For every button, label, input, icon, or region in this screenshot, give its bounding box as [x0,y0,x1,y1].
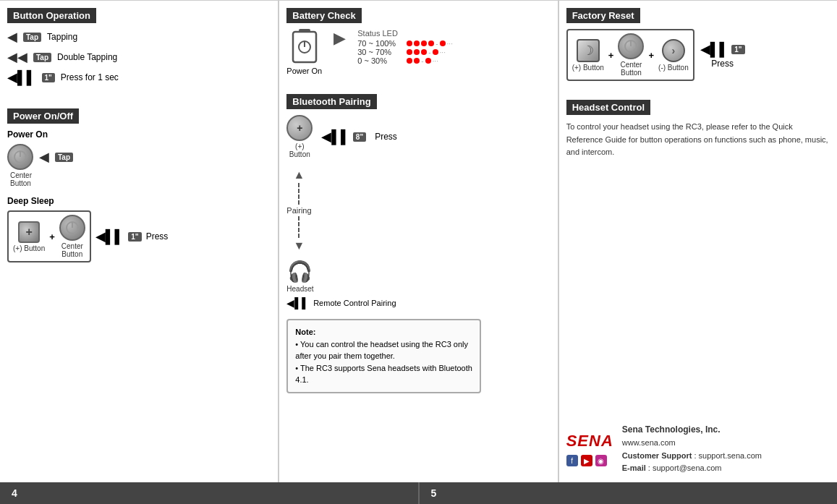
button-operation-section: Button Operation ◀ Tap Tapping ◀◀ Tap Do… [7,8,271,90]
factory-plus-label: (+) Button [572,64,604,72]
plus-button-deep-sleep: + [18,221,40,243]
bluetooth-pairing-header: Bluetooth Pairing [286,94,376,109]
power-on-icon-label: Power On [286,67,322,75]
bt-section-content: + (+) Button ◀▌▌ 8" Press ▲ Pairing ▼ [286,115,550,393]
power-on-subsection: Power On ◀ Tap Center Button [7,129,271,187]
youtube-icon: ▶ [581,455,592,466]
factory-press-icon: ◀▌▌ [700,41,729,57]
battery-mid-row: 30 ~ 70% - ··· [357,48,453,56]
right-page-num: 5 [420,482,838,504]
double-tapping-label: Double Tapping [57,52,117,62]
vibrate-icon: ◀▌▌ [7,69,36,85]
arrow-down-top: ▲ [294,168,305,181]
social-icons: f ▶ ◉ [566,455,607,466]
dot5 [440,40,446,46]
bt-top-row: + (+) Button ◀▌▌ 8" Press [286,115,397,158]
bt-plus-btn-group: + (+) Button [286,115,313,158]
battery-levels: Status LED 70 ~ 100% - ··· [357,29,453,65]
dash: - [428,48,430,56]
pairing-vertical: ▲ Pairing ▼ [286,168,311,252]
dot1 [407,40,412,46]
tapping-row: ◀ Tap Tapping [7,29,271,45]
status-led-label: Status LED [357,29,453,38]
deep-sleep-label: Deep Sleep [7,196,271,206]
bt-press-arrow-icon: ◀▌▌ [321,129,350,145]
battery-arrow: ▶ [333,29,346,48]
factory-plus-button: ☽ [577,39,600,62]
pairing-line-bottom [298,216,299,238]
battery-check-header: Battery Check [286,8,361,23]
deep-sleep-row: + (+) Button + Center Button [7,210,271,262]
battery-high-pct: 70 ~ 100% [357,39,401,48]
note-title: Note: [295,328,315,336]
headset-control-header: Headset Control [566,100,650,115]
power-on-off-header: Power On/Off [7,108,79,124]
dash: - [421,57,423,65]
sena-logo: SENA [566,432,613,450]
tap-badge: Tap [23,33,41,42]
sena-website: www.sena.com [622,437,762,450]
note-box: Note: • You can control the headset usin… [286,319,481,393]
plus-sign: + [49,231,55,242]
double-arrow-icon: ◀◀ [7,49,27,65]
battery-power-icon: Power On [286,29,322,75]
arrow-down-bottom: ▼ [294,239,305,252]
factory-reset-header: Factory Reset [566,8,640,23]
center-button-power-on [7,144,33,170]
headset-control-section: Headset Control To control your headset … [566,100,830,159]
headset-control-description: To control your headset using the RC3, p… [566,121,830,159]
led-dots-high: - ··· [407,40,453,48]
factory-plus-sign1: + [608,50,614,61]
factory-reset-section: Factory Reset ☽ (+) Button + Center [566,8,830,81]
remote-row: ◀▌▌ Remote Control Pairing [286,297,396,309]
bt-press-group: ◀▌▌ 8" [321,129,366,145]
factory-minus-label: (-) Button [658,64,689,72]
headset-icon: 🎧 [287,260,313,283]
pairing-label: Pairing [286,206,311,215]
bt-press-label: Press [375,132,397,142]
factory-minus-button: › [662,39,685,62]
factory-minus-group: › (-) Button [658,39,689,72]
press-1s-badge: 1" [42,73,55,82]
bt-plus-button: + [286,115,313,141]
dot3 [421,49,427,55]
dot1 [407,58,412,64]
note-line1b: after you pair them together. [295,350,472,362]
factory-press-row: ◀▌▌ 1" [700,41,745,57]
plus-btn-label: (+) Button [13,244,45,252]
battery-section-content: Power On ▶ Status LED 70 ~ 100% - [286,29,550,75]
factory-center-group: Center Button [618,33,644,77]
button-operation-header: Button Operation [7,8,96,23]
remote-icon: ◀▌▌ [286,297,309,309]
factory-plus-sign2: + [648,50,654,61]
center-btn-label2: Center Button [61,242,83,258]
deep-sleep-subsection: Deep Sleep + (+) Button + [7,196,271,262]
factory-center-button [618,33,644,59]
headset-row: 🎧 Headset [286,260,313,293]
press-label: Press for 1 sec [61,72,119,82]
arrow-icon: ◀ [39,149,49,165]
press-badge-deep-sleep: 1" [128,232,141,242]
sena-support-label: Customer Support [622,451,692,460]
sena-email-value: support@sena.com [653,464,722,472]
headset-group: 🎧 Headset [286,260,313,293]
press-label-deep-sleep: Press [146,231,169,242]
center-btn-deep-sleep [59,215,85,241]
sena-email: E-mail : support@sena.com [622,462,762,475]
led-dots-low: - ··· [407,57,438,65]
center-btn-row: ◀ Tap [7,144,271,170]
sena-support-value: support.sena.com [699,451,762,460]
minus-icon: › [672,45,676,56]
note-line2b: 4.1. [295,374,472,386]
sena-email-label: E-mail [622,464,646,472]
double-tap-badge: Tap [33,53,51,62]
dots: ··· [433,57,438,65]
sena-logo-group: SENA f ▶ ◉ [566,432,613,466]
battery-high-row: 70 ~ 100% - ··· [357,39,453,48]
battery-check-section: Battery Check Power On ▶ Status LED [286,8,550,75]
dot4 [433,49,438,55]
note-line1: • You can control the headset using the … [295,338,472,351]
factory-bracket: ☽ (+) Button + Center Button + [566,29,694,81]
bluetooth-pairing-section: Bluetooth Pairing + (+) Button ◀▌▌ 8" Pr… [286,94,550,393]
arrow-left-icon: ◀ [7,29,17,45]
